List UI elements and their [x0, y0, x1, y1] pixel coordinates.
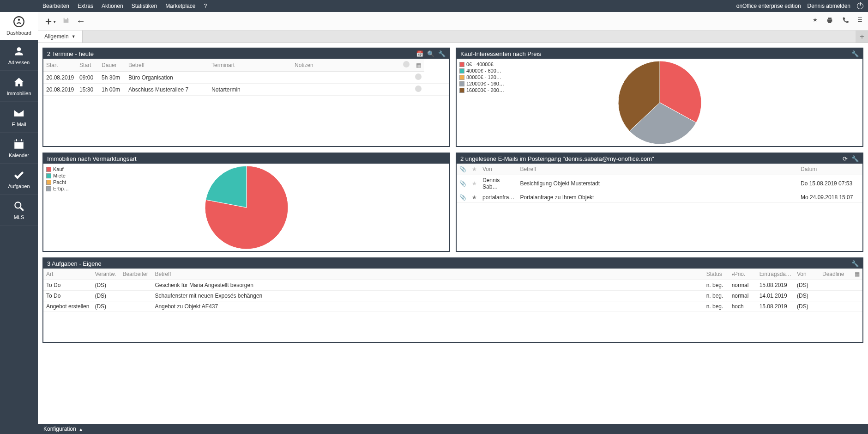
menu-extras[interactable]: Extras	[78, 3, 93, 9]
menu-aktionen[interactable]: Aktionen	[102, 3, 123, 9]
edition-label: onOffice enterprise edition	[736, 3, 801, 9]
logout-link[interactable]: Dennis abmelden	[808, 3, 850, 9]
power-icon[interactable]	[857, 3, 863, 9]
left-sidebar: Dashboard Adressen Immobilien E-Mail Kal…	[0, 0, 38, 12]
top-menu-left: Bearbeiten Extras Aktionen Statistiken M…	[42, 3, 207, 9]
menu-marketplace[interactable]: Marketplace	[165, 3, 195, 9]
menu-help[interactable]: ?	[204, 3, 207, 9]
menu-bearbeiten[interactable]: Bearbeiten	[42, 3, 69, 9]
top-menubar: Bearbeiten Extras Aktionen Statistiken M…	[0, 0, 868, 12]
menu-statistiken[interactable]: Statistiken	[132, 3, 157, 9]
